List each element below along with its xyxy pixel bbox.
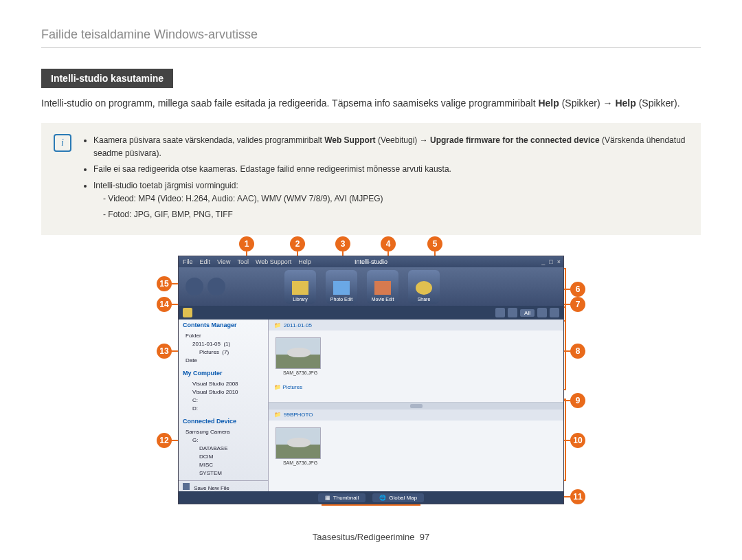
callout-line — [563, 496, 570, 497]
note-sub-bullet: Videod: MP4 (Video: H.264, Audio: AAC), … — [103, 192, 688, 205]
folder-icon: 📁 — [274, 384, 281, 390]
thumbnail[interactable]: SAM_8736.JPG — [273, 425, 328, 468]
status-thumbnail[interactable]: ▦ Thumbnail — [318, 493, 366, 502]
note-icon: i — [54, 134, 71, 152]
callout-line — [563, 400, 570, 401]
drag-handle-icon — [410, 404, 423, 408]
callout-7: 7 — [570, 297, 585, 312]
zoom-out-icon[interactable] — [495, 308, 505, 317]
photo-edit-icon — [333, 281, 350, 295]
note-sub-bullet: Fotod: JPG, GIF, BMP, PNG, TIFF — [103, 208, 688, 221]
contents-tree[interactable]: Folder 2011-01-05 (1) Pictures (7) Date — [179, 331, 268, 368]
menu-item[interactable]: Help — [298, 258, 311, 265]
callout-15: 15 — [157, 276, 172, 291]
callout-6: 6 — [570, 282, 585, 297]
note-bullet: Intelli-studio toetab järgmisi vormingui… — [93, 179, 688, 222]
zoom-in-icon[interactable] — [508, 308, 517, 317]
callout-line — [563, 289, 570, 290]
intro-text: Intelli-studio on programm, millega saab… — [41, 96, 701, 111]
sidebar: Contents Manager Folder 2011-01-05 (1) P… — [179, 320, 269, 491]
save-icon — [183, 483, 190, 490]
thumbnail-image — [276, 427, 321, 459]
thumbnail-image — [276, 337, 321, 369]
note-bullet: Faile ei saa redigeerida otse kaameras. … — [93, 163, 688, 176]
callout-2: 2 — [290, 236, 305, 251]
callout-line — [563, 304, 570, 305]
movie-edit-icon — [374, 281, 391, 295]
contents-manager-head[interactable]: Contents Manager — [179, 320, 268, 331]
pane-top-crumb[interactable]: 📁 2011-01-05 — [269, 320, 563, 331]
menu-item[interactable]: Tool — [237, 258, 249, 265]
share-icon — [416, 281, 432, 295]
nav-back-icon[interactable] — [186, 278, 203, 295]
minimize-icon[interactable]: _ — [541, 258, 545, 265]
folder-icon[interactable] — [183, 308, 192, 317]
page-header: Failide teisaldamine Windows-arvutisse — [41, 27, 701, 48]
library-icon — [292, 281, 308, 295]
status-global-map[interactable]: 🌐 Global Map — [372, 493, 424, 502]
menu-bar[interactable]: File Edit View Tool Web Support Help Int… — [179, 256, 563, 267]
callout-3: 3 — [335, 236, 350, 251]
library-button[interactable]: Library — [284, 270, 316, 304]
callout-5: 5 — [427, 236, 442, 251]
pane-top-sub[interactable]: 📁 Pictures — [269, 382, 563, 392]
filter-all[interactable]: All — [520, 309, 535, 317]
view-list-icon[interactable] — [550, 308, 559, 317]
page-footer: Taasesitus/Redigeerimine 97 — [41, 532, 701, 542]
callout-4: 4 — [381, 236, 396, 251]
window-controls[interactable]: _ □ × — [541, 258, 561, 265]
my-computer-head[interactable]: My Computer — [179, 368, 268, 379]
filter-bar: All — [179, 306, 563, 320]
note-list: Kaamera püsivara saate värskendada, vali… — [82, 134, 688, 221]
section-label: Intelli-studio kasutamine — [41, 69, 173, 88]
callout-13: 13 — [157, 344, 172, 359]
movie-edit-button[interactable]: Movie Edit — [367, 270, 398, 304]
callout-line — [563, 350, 570, 352]
pane-bottom-crumb[interactable]: 📁 99BPHOTO — [269, 410, 563, 421]
callout-1: 1 — [239, 236, 254, 251]
pane-bottom: 📁 99BPHOTO SAM_8736.JPG — [269, 410, 563, 492]
maximize-icon[interactable]: □ — [549, 258, 552, 265]
app-brand: Intelli-studio — [355, 258, 387, 265]
thumbnail[interactable]: SAM_8736.JPG — [273, 335, 328, 378]
callout-11: 11 — [570, 489, 585, 504]
callout-9: 9 — [570, 393, 585, 408]
nav-fwd-icon[interactable] — [207, 278, 225, 295]
folder-icon: 📁 — [274, 412, 281, 418]
note-bullet: Kaamera püsivara saate värskendada, vali… — [93, 134, 688, 160]
globe-icon: 🌐 — [379, 495, 386, 501]
pane-divider[interactable] — [269, 403, 563, 410]
menu-item[interactable]: Edit — [200, 258, 211, 265]
pane-top: 📁 2011-01-05 SAM_8736.JPG 📁 Pictures — [269, 320, 563, 403]
grid-icon: ▦ — [325, 495, 330, 501]
callout-12: 12 — [157, 433, 172, 448]
device-tree[interactable]: Samsung Camera G: DATABASE DCIM MISC SYS… — [179, 427, 268, 480]
content-area: 📁 2011-01-05 SAM_8736.JPG 📁 Pictures — [269, 320, 563, 491]
menu-item[interactable]: View — [217, 258, 230, 265]
computer-tree[interactable]: Visual Studio 2008 Visual Studio 2010 C:… — [179, 379, 268, 416]
menu-item[interactable]: File — [183, 258, 193, 265]
callout-14: 14 — [157, 297, 172, 312]
connected-device-head[interactable]: Connected Device — [179, 416, 268, 427]
app-window: File Edit View Tool Web Support Help Int… — [178, 256, 564, 504]
screenshot-diagram: 1 2 3 4 5 15 14 13 12 6 7 8 9 10 11 File… — [165, 256, 577, 504]
callout-8: 8 — [570, 344, 585, 359]
save-new-file[interactable]: Save New File — [179, 480, 268, 493]
close-icon[interactable]: × — [557, 258, 561, 265]
share-button[interactable]: Share — [408, 270, 440, 304]
folder-icon: 📁 — [274, 322, 281, 328]
view-grid-icon[interactable] — [537, 308, 547, 317]
callout-10: 10 — [570, 433, 585, 448]
callout-line — [563, 440, 570, 441]
menu-item[interactable]: Web Support — [256, 258, 291, 265]
photo-edit-button[interactable]: Photo Edit — [326, 270, 357, 304]
toolbar: Library Photo Edit Movie Edit Share — [179, 267, 563, 306]
note-box: i Kaamera püsivara saate värskendada, va… — [41, 123, 701, 235]
